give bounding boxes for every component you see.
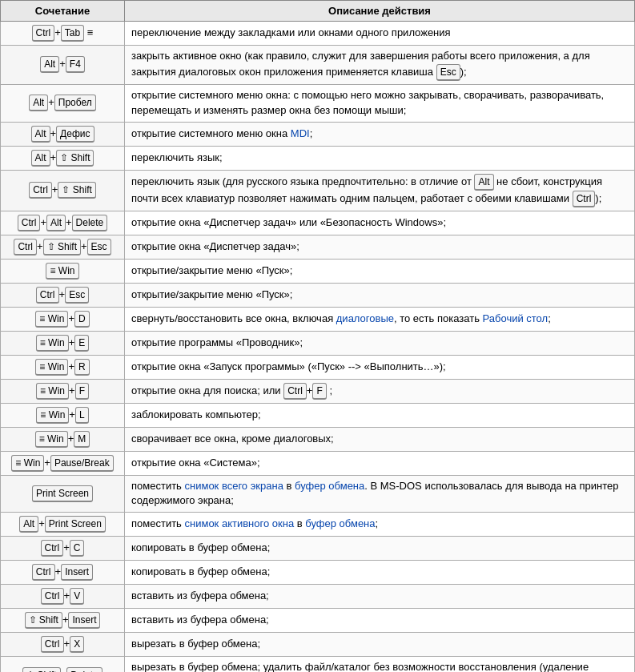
shortcut-cell: ≡ Win+L bbox=[1, 403, 125, 427]
description-cell: свернуть/восстановить все окна, включая … bbox=[125, 307, 635, 331]
table-row: Ctrl+Escоткрытие/закрытие меню «Пуск»; bbox=[1, 283, 635, 307]
description-cell: поместить снимок всего экрана в буфер об… bbox=[125, 475, 635, 513]
table-row: Ctrl+Xвырезать в буфер обмена; bbox=[1, 633, 635, 657]
table-row: Ctrl+Tab ≡переключение между закладками … bbox=[1, 22, 635, 46]
shortcut-cell: Ctrl+Tab ≡ bbox=[1, 22, 125, 46]
table-row: ⇧ Shift+Insertвставить из буфера обмена; bbox=[1, 609, 635, 633]
shortcut-cell: ⇧ Shift+Insert bbox=[1, 609, 125, 633]
shortcut-cell: Alt+F4 bbox=[1, 46, 125, 85]
table-row: ⇧ Shift+Deleteвырезать в буфер обмена; у… bbox=[1, 657, 635, 672]
table-row: Alt+F4закрыть активное окно (как правило… bbox=[1, 46, 635, 85]
description-cell: открытие системного меню окна MDI; bbox=[125, 122, 635, 146]
description-cell: открытие программы «Проводник»; bbox=[125, 331, 635, 355]
description-cell: вставить из буфера обмена; bbox=[125, 585, 635, 609]
table-row: ≡ Win+Rоткрытие окна «Запуск программы» … bbox=[1, 355, 635, 379]
table-row: Alt+Print Screenпоместить снимок активно… bbox=[1, 513, 635, 537]
description-cell: открытие/закрытие меню «Пуск»; bbox=[125, 283, 635, 307]
col-description-header: Описание действия bbox=[125, 1, 635, 22]
shortcut-cell: ≡ Win+M bbox=[1, 427, 125, 451]
table-row: ≡ Win+Eоткрытие программы «Проводник»; bbox=[1, 331, 635, 355]
table-row: Alt+Пробелоткрытие системного меню окна:… bbox=[1, 84, 635, 122]
description-cell: переключение между закладками или окнами… bbox=[125, 22, 635, 46]
shortcut-cell: Ctrl+X bbox=[1, 633, 125, 657]
description-cell: открытие окна «Диспетчер задач» или «Без… bbox=[125, 211, 635, 235]
shortcut-cell: Alt+Print Screen bbox=[1, 513, 125, 537]
shortcut-cell: Alt+Пробел bbox=[1, 84, 125, 122]
description-cell: копировать в буфер обмена; bbox=[125, 537, 635, 561]
table-row: ≡ Win+Lзаблокировать компьютер; bbox=[1, 403, 635, 427]
shortcut-cell: Alt+⇧ Shift bbox=[1, 146, 125, 170]
table-row: Ctrl+Cкопировать в буфер обмена; bbox=[1, 537, 635, 561]
shortcut-cell: Ctrl+⇧ Shift bbox=[1, 170, 125, 211]
table-row: ≡ Win+Dсвернуть/восстановить все окна, в… bbox=[1, 307, 635, 331]
shortcut-cell: Print Screen bbox=[1, 475, 125, 513]
shortcut-cell: ⇧ Shift+Delete bbox=[1, 657, 125, 672]
description-cell: переключить язык (для русского языка пре… bbox=[125, 170, 635, 211]
description-cell: вырезать в буфер обмена; bbox=[125, 633, 635, 657]
description-cell: открытие системного меню окна: с помощью… bbox=[125, 84, 635, 122]
shortcut-cell: Ctrl+Insert bbox=[1, 561, 125, 585]
description-cell: поместить снимок активного окна в буфер … bbox=[125, 513, 635, 537]
shortcut-cell: Ctrl+Alt+Delete bbox=[1, 211, 125, 235]
shortcut-cell: Ctrl+C bbox=[1, 537, 125, 561]
shortcut-cell: Alt+Дефис bbox=[1, 122, 125, 146]
table-row: Ctrl+Insertкопировать в буфер обмена; bbox=[1, 561, 635, 585]
description-cell: открытие окна «Запуск программы» («Пуск»… bbox=[125, 355, 635, 379]
table-row: ≡ Win+Mсворачивает все окна, кроме диало… bbox=[1, 427, 635, 451]
shortcut-cell: ≡ Win+D bbox=[1, 307, 125, 331]
description-cell: открытие окна для поиска; или Ctrl+F ; bbox=[125, 379, 635, 403]
table-row: Ctrl+Vвставить из буфера обмена; bbox=[1, 585, 635, 609]
col-shortcut-header: Сочетание bbox=[1, 1, 125, 22]
description-cell: закрыть активное окно (как правило, служ… bbox=[125, 46, 635, 85]
description-cell: открытие окна «Диспетчер задач»; bbox=[125, 235, 635, 259]
description-cell: вставить из буфера обмена; bbox=[125, 609, 635, 633]
shortcut-cell: ≡ Win+E bbox=[1, 331, 125, 355]
description-cell: сворачивает все окна, кроме диалоговых; bbox=[125, 427, 635, 451]
description-cell: копировать в буфер обмена; bbox=[125, 561, 635, 585]
description-cell: вырезать в буфер обмена; удалить файл/ка… bbox=[125, 657, 635, 672]
shortcut-cell: Ctrl+V bbox=[1, 585, 125, 609]
table-row: Alt+Дефисоткрытие системного меню окна M… bbox=[1, 122, 635, 146]
description-cell: переключить язык; bbox=[125, 146, 635, 170]
table-row: Ctrl+⇧ Shift+Escоткрытие окна «Диспетчер… bbox=[1, 235, 635, 259]
shortcut-cell: ≡ Win+Pause/Break bbox=[1, 451, 125, 475]
shortcut-cell: Ctrl+⇧ Shift+Esc bbox=[1, 235, 125, 259]
keyboard-shortcuts-table: Сочетание Описание действия Ctrl+Tab ≡пе… bbox=[0, 0, 635, 672]
table-row: ≡ Winоткрытие/закрытие меню «Пуск»; bbox=[1, 259, 635, 283]
table-row: Ctrl+⇧ Shiftпереключить язык (для русско… bbox=[1, 170, 635, 211]
table-row: Ctrl+Alt+Deleteоткрытие окна «Диспетчер … bbox=[1, 211, 635, 235]
table-row: ≡ Win+Fоткрытие окна для поиска; или Ctr… bbox=[1, 379, 635, 403]
shortcut-cell: ≡ Win+R bbox=[1, 355, 125, 379]
table-row: Alt+⇧ Shiftпереключить язык; bbox=[1, 146, 635, 170]
shortcut-cell: Ctrl+Esc bbox=[1, 283, 125, 307]
table-row: ≡ Win+Pause/Breakоткрытие окна «Система»… bbox=[1, 451, 635, 475]
table-row: Print Screenпоместить снимок всего экран… bbox=[1, 475, 635, 513]
description-cell: открытие окна «Система»; bbox=[125, 451, 635, 475]
description-cell: заблокировать компьютер; bbox=[125, 403, 635, 427]
description-cell: открытие/закрытие меню «Пуск»; bbox=[125, 259, 635, 283]
shortcut-cell: ≡ Win bbox=[1, 259, 125, 283]
shortcut-cell: ≡ Win+F bbox=[1, 379, 125, 403]
